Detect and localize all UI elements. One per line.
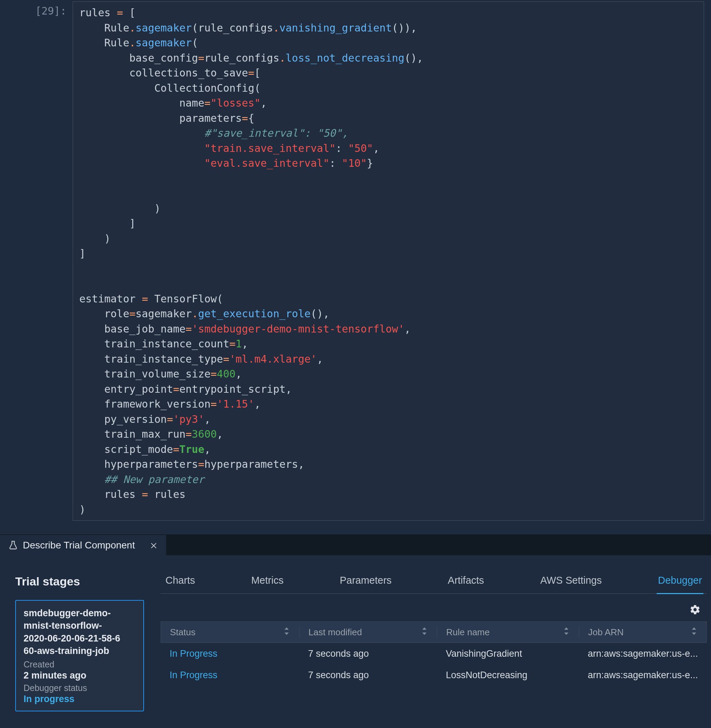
table-header-job-arn[interactable]: Job ARN [579,626,707,638]
code-cell[interactable]: [29]: rules = [ Rule.sagemaker(rule_conf… [7,1,704,521]
tab-aws-settings[interactable]: AWS Settings [539,575,603,593]
tab-parameters[interactable]: Parameters [338,575,393,593]
tab-debugger[interactable]: Debugger [656,575,704,594]
table-row[interactable]: In Progress7 seconds agoVanishingGradien… [161,643,707,664]
table-header-last-modified[interactable]: Last modified [299,626,437,638]
sort-icon[interactable] [563,626,570,638]
rule-name-value: LossNotDecreasing [446,670,528,681]
sort-icon[interactable] [421,626,428,638]
job-arn-value: arn:aws:sagemaker:us-e... [588,670,698,681]
tab-artifacts[interactable]: Artifacts [447,575,486,593]
last-modified-value: 7 seconds ago [308,648,369,659]
trial-component-panel: Trial stages smdebugger-demo-mnist-tenso… [0,556,711,725]
trial-stages-heading: Trial stages [15,575,144,588]
tab-describe-trial-component[interactable]: Describe Trial Component [0,535,166,556]
cell-prompt: [29]: [7,1,73,17]
table-header-rule-name[interactable]: Rule name [437,626,579,638]
stage-name: smdebugger-demo-mnist-tensorflow-2020-06… [24,607,136,657]
last-modified-value: 7 seconds ago [308,670,369,681]
table-row[interactable]: In Progress7 seconds agoLossNotDecreasin… [161,664,707,686]
status-value: In Progress [170,670,217,681]
stage-debugger-value: In progress [24,694,136,704]
gear-icon[interactable] [690,604,701,615]
detail-tab-bar: ChartsMetricsParametersArtifactsAWS Sett… [161,575,707,594]
table-header-status[interactable]: Status [161,626,299,638]
code-editor[interactable]: rules = [ Rule.sagemaker(rule_configs.va… [73,1,704,521]
debugger-rule-table: StatusLast modifiedRule nameJob ARN In P… [161,622,707,686]
trial-stage-card[interactable]: smdebugger-demo-mnist-tensorflow-2020-06… [15,600,144,712]
job-arn-value: arn:aws:sagemaker:us-e... [588,648,698,659]
notebook-area: [29]: rules = [ Rule.sagemaker(rule_conf… [0,0,711,535]
tab-charts[interactable]: Charts [164,575,196,593]
stage-debugger-label: Debugger status [24,683,136,693]
close-icon[interactable] [149,541,158,550]
rule-name-value: VanishingGradient [446,648,522,659]
sort-icon[interactable] [690,626,698,638]
sort-icon[interactable] [283,626,290,638]
flask-icon [8,541,18,550]
tab-title: Describe Trial Component [23,540,135,551]
stage-created-value: 2 minutes ago [24,670,136,681]
tab-metrics[interactable]: Metrics [250,575,285,593]
panel-tab-bar: Describe Trial Component [0,535,711,556]
status-value: In Progress [170,648,217,659]
stage-created-label: Created [24,659,136,669]
